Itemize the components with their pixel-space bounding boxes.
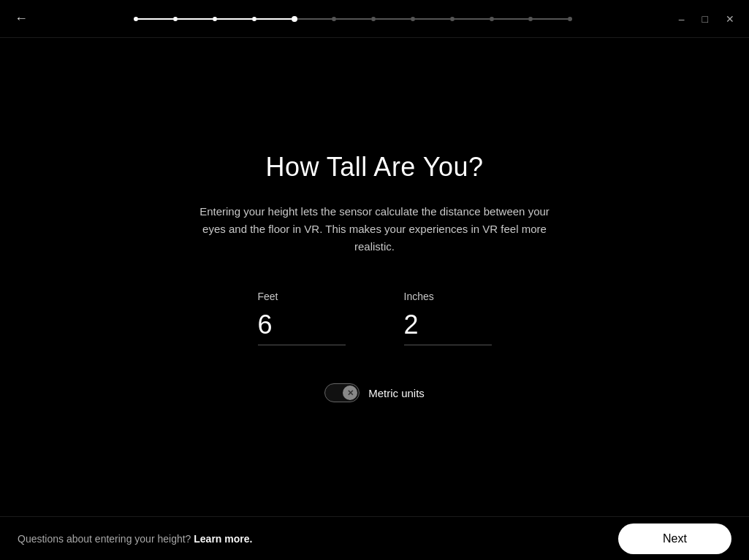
back-button[interactable]: ← — [9, 8, 34, 29]
help-text: Questions about entering your height? Le… — [18, 533, 252, 545]
next-button[interactable]: Next — [618, 523, 731, 554]
help-static-text: Questions about entering your height? — [18, 533, 191, 545]
page-description: Entering your height lets the sensor cal… — [192, 203, 558, 256]
feet-input[interactable] — [258, 310, 346, 345]
inches-field: Inches — [404, 291, 492, 345]
metric-toggle-label: Metric units — [368, 387, 425, 399]
maximize-button[interactable]: □ — [696, 11, 714, 27]
learn-more-link[interactable]: Learn more. — [194, 533, 252, 545]
progress-seg-4 — [256, 18, 292, 20]
toggle-knob: ✕ — [343, 386, 357, 400]
title-bar-left: ← — [9, 8, 34, 29]
title-bar-right: – □ ✕ — [673, 11, 740, 27]
metric-toggle-row: ✕ Metric units — [324, 383, 425, 402]
feet-field: Feet — [258, 291, 346, 345]
progress-seg-6 — [336, 18, 371, 20]
progress-dot-12 — [568, 17, 572, 21]
page-title: How Tall Are You? — [265, 152, 483, 183]
progress-seg-11 — [533, 18, 568, 20]
progress-seg-9 — [455, 18, 490, 20]
close-button[interactable]: ✕ — [720, 11, 740, 27]
progress-seg-2 — [178, 18, 213, 20]
progress-seg-5 — [297, 18, 332, 20]
title-bar: ← – — [0, 0, 749, 38]
progress-seg-8 — [415, 18, 450, 20]
feet-label: Feet — [258, 291, 278, 302]
inches-input[interactable] — [404, 310, 492, 345]
progress-bar — [134, 16, 572, 22]
progress-dot-5-active — [292, 16, 297, 22]
progress-track — [34, 16, 673, 22]
progress-seg-10 — [494, 18, 529, 20]
inches-label: Inches — [404, 291, 434, 302]
minimize-button[interactable]: – — [673, 11, 691, 27]
progress-seg-1 — [138, 18, 173, 20]
main-content: How Tall Are You? Entering your height l… — [0, 38, 749, 516]
metric-toggle[interactable]: ✕ — [324, 383, 360, 402]
progress-seg-7 — [376, 18, 411, 20]
bottom-bar: Questions about entering your height? Le… — [0, 516, 749, 560]
height-inputs: Feet Inches — [258, 291, 492, 345]
progress-seg-3 — [217, 18, 252, 20]
